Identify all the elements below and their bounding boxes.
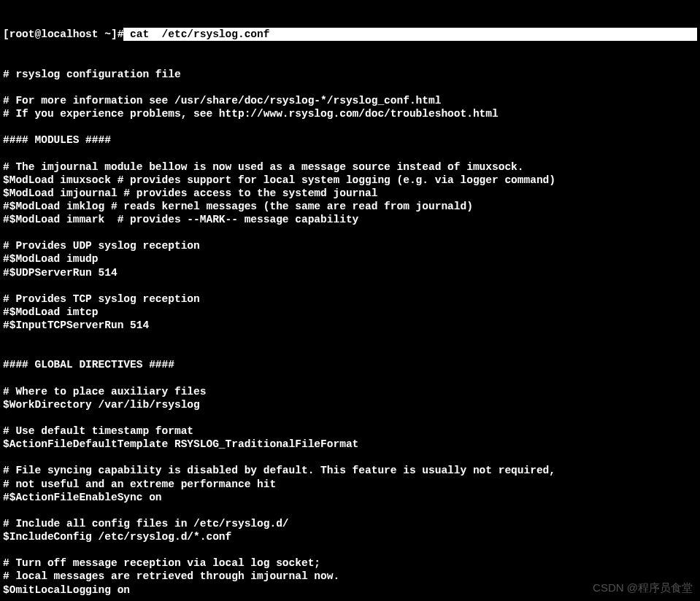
output-line: #$ActionFileEnableSync on — [3, 491, 697, 504]
output-line — [3, 226, 697, 239]
output-line: $WorkDirectory /var/lib/rsyslog — [3, 398, 697, 411]
terminal-window[interactable]: [root@localhost ~]# cat /etc/rsyslog.con… — [3, 1, 697, 601]
watermark-text: CSDN @程序员食堂 — [593, 581, 693, 595]
output-line — [3, 345, 697, 358]
output-line — [3, 332, 697, 345]
output-line — [3, 543, 697, 557]
output-line: # Turn off message reception via local l… — [3, 557, 697, 570]
output-line: $IncludeConfig /etc/rsyslog.d/*.conf — [3, 530, 697, 543]
output-line: #$ModLoad imklog # reads kernel messages… — [3, 200, 697, 213]
output-line — [3, 504, 697, 517]
output-line: #$InputTCPServerRun 514 — [3, 319, 697, 332]
output-line: # If you experience problems, see http:/… — [3, 107, 697, 120]
output-line: #### MODULES #### — [3, 133, 697, 147]
output-line: $ActionFileDefaultTemplate RSYSLOG_Tradi… — [3, 438, 697, 451]
output-line: #$UDPServerRun 514 — [3, 266, 697, 279]
command-line: [root@localhost ~]# cat /etc/rsyslog.con… — [3, 28, 697, 41]
output-line: #$ModLoad imtcp — [3, 306, 697, 319]
output-line: # Use default timestamp format — [3, 424, 697, 438]
output-line: # The imjournal module bellow is now use… — [3, 160, 697, 174]
output-line — [3, 411, 697, 424]
output-line — [3, 279, 697, 292]
output-line — [3, 597, 697, 601]
command-text: cat /etc/rsyslog.conf — [123, 28, 697, 41]
output-line: # Provides TCP syslog reception — [3, 292, 697, 306]
output-line — [3, 81, 697, 94]
output-line: #$ModLoad immark # provides --MARK-- mes… — [3, 213, 697, 226]
output-line: # File syncing capability is disabled by… — [3, 464, 697, 477]
output-line: $ModLoad imuxsock # provides support for… — [3, 174, 697, 187]
terminal-output: # rsyslog configuration file # For more … — [3, 68, 697, 601]
output-line — [3, 451, 697, 464]
output-line: # Where to place auxiliary files — [3, 385, 697, 398]
output-line: #$ModLoad imudp — [3, 252, 697, 265]
output-line: #### GLOBAL DIRECTIVES #### — [3, 358, 697, 371]
output-line — [3, 147, 697, 160]
output-line — [3, 372, 697, 385]
output-line: $ModLoad imjournal # provides access to … — [3, 187, 697, 200]
shell-prompt: [root@localhost ~]# — [3, 28, 123, 41]
output-line: # Provides UDP syslog reception — [3, 239, 697, 252]
output-line — [3, 120, 697, 133]
output-line: # rsyslog configuration file — [3, 68, 697, 81]
output-line: # For more information see /usr/share/do… — [3, 94, 697, 107]
output-line: # Include all config files in /etc/rsysl… — [3, 517, 697, 530]
output-line: # not useful and an extreme performance … — [3, 478, 697, 491]
